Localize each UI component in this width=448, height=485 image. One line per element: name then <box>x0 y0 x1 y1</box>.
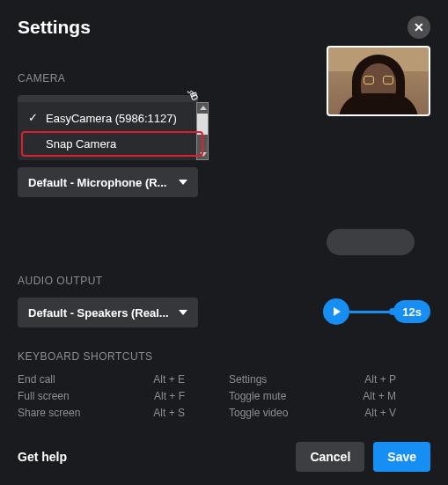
play-button[interactable] <box>323 298 349 325</box>
audio-progress-slider[interactable] <box>349 311 393 313</box>
microphone-dropdown-value: Default - Microphone (R... <box>28 176 166 189</box>
save-button[interactable]: Save <box>373 442 430 472</box>
camera-dropdown-menu: EasyCamera (5986:1127) Snap Camera <box>18 102 207 160</box>
page-title: Settings <box>18 17 91 38</box>
shortcut-row: SettingsAlt + P <box>229 373 396 386</box>
chevron-down-icon <box>179 180 187 185</box>
keyboard-shortcuts-label: KEYBOARD SHORTCUTS <box>18 350 430 363</box>
chevron-down-icon <box>179 310 187 315</box>
close-icon: ✕ <box>414 20 424 34</box>
microphone-level-bar <box>327 229 415 255</box>
audio-duration-badge: 12s <box>393 300 430 323</box>
shortcut-row: Toggle muteAlt + M <box>229 390 396 402</box>
camera-option-easycamera[interactable]: EasyCamera (5986:1127) <box>21 106 203 131</box>
camera-section-label: CAMERA <box>18 72 216 85</box>
camera-option-snap-camera[interactable]: Snap Camera <box>21 131 203 157</box>
shortcut-row: Toggle videoAlt + V <box>229 407 396 419</box>
cancel-button[interactable]: Cancel <box>296 442 364 472</box>
audio-output-section-label: AUDIO OUTPUT <box>18 275 430 287</box>
microphone-dropdown[interactable]: Default - Microphone (R... <box>18 167 198 197</box>
camera-preview <box>327 46 430 116</box>
shortcut-row: End callAlt + E <box>18 373 185 386</box>
close-button[interactable]: ✕ <box>408 16 430 39</box>
shortcut-row: Share screenAlt + S <box>18 407 185 419</box>
audio-output-dropdown[interactable]: Default - Speakers (Real... <box>18 298 198 327</box>
shortcut-row: Full screenAlt + F <box>18 390 185 402</box>
audio-output-dropdown-value: Default - Speakers (Real... <box>28 306 169 320</box>
get-help-link[interactable]: Get help <box>18 450 67 464</box>
